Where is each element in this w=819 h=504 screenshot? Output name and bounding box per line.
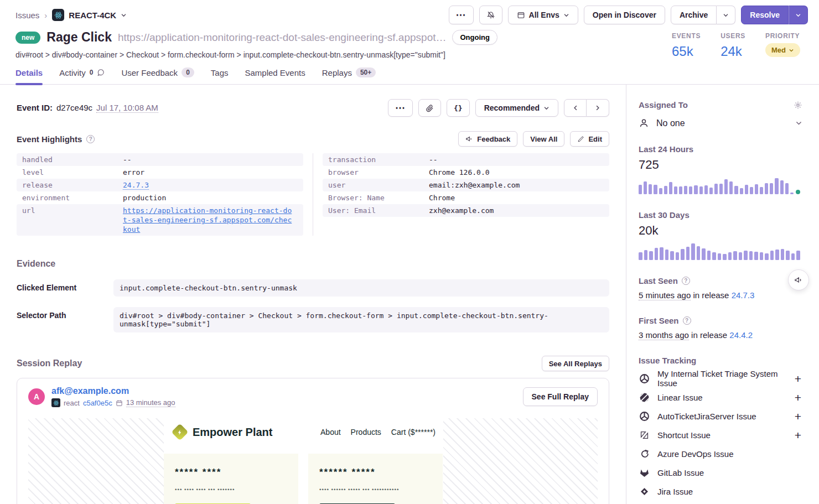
- chart-bar: [689, 186, 692, 194]
- chart-bar: [739, 252, 743, 260]
- open-in-discover-button[interactable]: Open in Discover: [584, 6, 665, 24]
- project-selector[interactable]: REACT-4CK: [52, 9, 127, 21]
- users-count-link[interactable]: 24k: [720, 44, 745, 59]
- chart-bar: [694, 185, 697, 194]
- archive-split-button: Archive: [671, 6, 735, 24]
- gitlab-icon: [639, 467, 650, 478]
- first-seen-release-link[interactable]: 24.4.2: [729, 330, 753, 340]
- assignee-selector[interactable]: No one: [639, 118, 802, 128]
- chart-bar: [785, 183, 789, 194]
- highlight-key: release: [22, 180, 123, 190]
- events-count-link[interactable]: 65k: [672, 44, 701, 59]
- issue-tracking-item[interactable]: AutoTicketJiraServer Issue +: [639, 407, 802, 425]
- tab[interactable]: Replays 50+: [322, 67, 376, 84]
- issue-tracking-item[interactable]: GitLab Issue +: [639, 463, 802, 482]
- environment-filter-button[interactable]: All Envs: [508, 6, 578, 24]
- chart-bar: [664, 186, 667, 194]
- substatus-badge[interactable]: Ongoing: [452, 30, 497, 45]
- issue-culprit: div#root > div#body-container > Checkout…: [15, 50, 497, 59]
- chart-bar: [714, 184, 718, 194]
- issue-tracking-item[interactable]: Linear Issue +: [639, 388, 802, 407]
- highlight-value-text: zxh@example.com: [429, 206, 494, 215]
- tab[interactable]: Details: [15, 67, 43, 84]
- highlight-value-text: https://application-monitoring-react-dot…: [123, 206, 292, 233]
- event-timestamp[interactable]: Jul 17, 10:08 AM: [96, 103, 158, 113]
- jira-icon: [639, 487, 650, 496]
- replay-card: A afk@example.com react c5af0e5c 13 minu…: [17, 378, 609, 504]
- calendar-icon: [116, 399, 123, 407]
- last-seen-release-link[interactable]: 24.7.3: [732, 290, 755, 300]
- issue-tracking-list: My Internal Ticket Triage System Issue +…: [639, 369, 802, 501]
- highlight-value-text: Chrome 126.0.0: [429, 168, 490, 176]
- event-link-button[interactable]: [418, 99, 441, 117]
- priority-dropdown[interactable]: Med: [765, 43, 800, 57]
- events-sparkline-24h[interactable]: [639, 178, 800, 194]
- issue-tracking-label: Shortcut Issue: [657, 430, 794, 440]
- create-issue-plus-button[interactable]: +: [794, 429, 802, 441]
- archive-button[interactable]: Archive: [671, 6, 717, 24]
- evidence-row: Selector Path div#root > div#body-contai…: [17, 307, 609, 332]
- jira-server-icon: [639, 411, 650, 422]
- issue-header: new Rage Click https://application-monit…: [0, 27, 819, 59]
- first-seen-mid: in release: [691, 330, 727, 340]
- replay-viewport[interactable]: Empower Plant About Products Cart ($****…: [28, 418, 598, 504]
- issue-tracking-item[interactable]: My Internal Ticket Triage System Issue +: [639, 369, 802, 388]
- create-issue-plus-button[interactable]: +: [794, 373, 802, 385]
- event-id-label: Event ID:: [17, 103, 53, 112]
- view-all-button[interactable]: View All: [523, 131, 564, 147]
- chart-bar: [709, 188, 713, 194]
- help-icon[interactable]: ?: [682, 277, 690, 285]
- chart-bar: [765, 183, 768, 194]
- issue-tracking-item[interactable]: Shortcut Issue +: [639, 425, 802, 444]
- issue-title-block: new Rage Click https://application-monit…: [15, 30, 497, 59]
- event-more-button[interactable]: ⋯: [388, 99, 413, 117]
- feedback-button[interactable]: Feedback: [458, 131, 517, 147]
- tab-label: User Feedback: [121, 68, 178, 77]
- issue-tracking-item[interactable]: Azure DevOps Issue +: [639, 444, 802, 463]
- event-sort-dropdown[interactable]: Recommended: [475, 99, 558, 117]
- chart-bar: [655, 248, 659, 260]
- highlight-value: production: [123, 193, 166, 202]
- highlight-key: handled: [22, 155, 123, 164]
- evidence-title: Evidence: [17, 259, 609, 269]
- tab[interactable]: User Feedback 0: [121, 67, 194, 84]
- highlight-row: user email:zxh@example.com: [323, 179, 609, 191]
- tab[interactable]: Sampled Events: [245, 67, 305, 84]
- gear-icon[interactable]: [794, 101, 802, 110]
- highlight-row: transaction --: [323, 153, 609, 166]
- resolve-options-button[interactable]: [789, 6, 808, 24]
- replay-user-link[interactable]: afk@example.com: [51, 386, 523, 396]
- edit-highlights-button[interactable]: Edit: [570, 131, 609, 147]
- more-actions-button[interactable]: ⋯: [449, 6, 474, 24]
- highlights-table-left: handled -- level error release 24.7.3: [17, 153, 313, 236]
- resolve-button[interactable]: Resolve: [741, 6, 789, 24]
- help-icon[interactable]: ?: [683, 316, 691, 325]
- breadcrumb-issues-link[interactable]: Issues: [15, 11, 39, 20]
- last-24-hours-section: Last 24 Hours 725: [639, 144, 802, 194]
- event-json-button[interactable]: {}: [447, 99, 470, 117]
- highlight-value: Chrome 126.0.0: [429, 168, 490, 177]
- chevron-down-icon: [121, 12, 127, 18]
- issue-tracking-item[interactable]: Jira Issue +: [639, 482, 802, 501]
- chart-bar: [796, 251, 800, 260]
- events-sparkline-30d[interactable]: [639, 243, 800, 260]
- see-full-replay-button[interactable]: See Full Replay: [523, 387, 598, 406]
- previous-event-button[interactable]: [564, 99, 587, 117]
- chart-bar: [691, 243, 695, 260]
- replay-project-name: react: [64, 399, 80, 407]
- archive-options-button[interactable]: [717, 6, 735, 24]
- help-icon[interactable]: ?: [86, 135, 95, 143]
- tab[interactable]: Activity 0: [59, 67, 105, 84]
- azure-devops-icon: [639, 449, 650, 459]
- mute-alerts-button[interactable]: [479, 6, 502, 24]
- feedback-fab[interactable]: [788, 269, 809, 290]
- next-event-button[interactable]: [587, 99, 609, 117]
- replay-id-link[interactable]: c5af0e5c: [83, 399, 112, 407]
- see-all-replays-button[interactable]: See All Replays: [542, 356, 609, 371]
- create-issue-plus-button[interactable]: +: [794, 392, 802, 403]
- last-30-days-section: Last 30 Days 20k: [639, 210, 802, 260]
- product-description-masked: *** **** **** *** *******: [175, 487, 287, 493]
- tab[interactable]: Tags: [211, 67, 229, 84]
- first-seen-section: First Seen ? 3 months ago in release 24.…: [639, 316, 802, 340]
- create-issue-plus-button[interactable]: +: [794, 411, 802, 422]
